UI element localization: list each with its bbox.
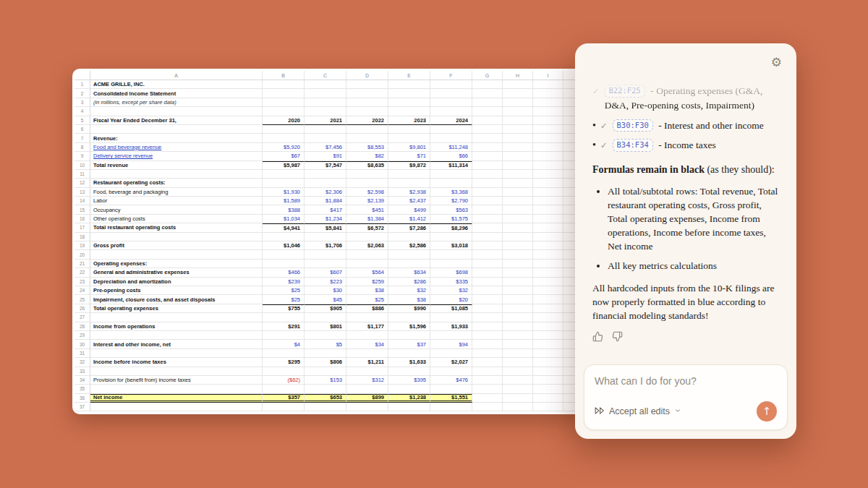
cell-value[interactable]: 2021 <box>305 116 346 125</box>
cell-empty[interactable] <box>503 313 533 322</box>
cell-empty[interactable] <box>472 241 503 250</box>
cell-value[interactable]: $259 <box>346 278 388 286</box>
cell-value[interactable] <box>346 89 388 98</box>
cell-value[interactable] <box>305 313 346 322</box>
cell-empty[interactable] <box>472 179 503 187</box>
cell-value[interactable] <box>430 331 472 340</box>
cell-label[interactable]: Other operating costs <box>90 215 263 223</box>
column-header[interactable]: F <box>430 71 472 80</box>
cell-empty[interactable] <box>533 403 563 411</box>
cell-label[interactable]: Consolidated Income Statement <box>90 89 263 98</box>
cell-empty[interactable] <box>503 98 533 107</box>
column-header[interactable]: A <box>90 71 263 80</box>
cell-label[interactable] <box>90 125 263 134</box>
cell-value[interactable] <box>430 107 472 116</box>
cell-value[interactable]: $2,437 <box>388 197 430 205</box>
cell-empty[interactable] <box>503 376 533 385</box>
cell-value[interactable]: $755 <box>263 304 305 313</box>
cell-value[interactable]: $8,635 <box>346 161 388 170</box>
cell-empty[interactable] <box>533 385 563 393</box>
cell-empty[interactable] <box>503 268 533 277</box>
cell-value[interactable] <box>263 331 305 340</box>
cell-empty[interactable] <box>533 295 563 304</box>
cell-empty[interactable] <box>472 331 503 340</box>
cell-label[interactable]: Operating expenses: <box>90 260 263 268</box>
cell-label[interactable]: General and administrative expenses <box>90 268 263 277</box>
cell-empty[interactable] <box>503 385 533 393</box>
cell-empty[interactable] <box>472 394 503 403</box>
cell-empty[interactable] <box>503 215 533 223</box>
cell-value[interactable]: $4 <box>263 340 305 348</box>
cell-label[interactable]: Food, beverage and packaging <box>90 188 263 197</box>
cell-value[interactable] <box>305 331 346 340</box>
cell-value[interactable]: $1,551 <box>430 394 472 403</box>
cell-empty[interactable] <box>503 152 533 160</box>
cell-value[interactable]: $1,238 <box>388 394 430 403</box>
cell-label[interactable]: Impairment, closure costs, and asset dis… <box>90 295 263 304</box>
cell-value[interactable]: $1,211 <box>346 358 388 367</box>
cell-value[interactable] <box>263 125 305 134</box>
cell-empty[interactable] <box>533 304 563 313</box>
row-header[interactable]: 10 <box>75 161 90 170</box>
cell-value[interactable]: 2020 <box>263 116 305 125</box>
cell-label[interactable]: Food and beverage revenue <box>90 143 263 152</box>
cell-value[interactable]: $286 <box>388 278 430 286</box>
cell-value[interactable]: $806 <box>305 358 346 367</box>
cell-label[interactable] <box>90 403 263 411</box>
cell-value[interactable] <box>305 179 346 187</box>
cell-empty[interactable] <box>503 394 533 403</box>
cell-empty[interactable] <box>533 241 563 250</box>
cell-value[interactable]: $2,063 <box>346 241 388 250</box>
cell-empty[interactable] <box>472 205 503 214</box>
cell-value[interactable]: 2022 <box>346 116 388 125</box>
cell-value[interactable]: $94 <box>430 340 472 348</box>
cell-empty[interactable] <box>472 134 503 142</box>
cell-value[interactable]: $990 <box>388 304 430 313</box>
cell-value[interactable] <box>430 98 472 107</box>
cell-value[interactable] <box>388 331 430 340</box>
cell-value[interactable]: $7,547 <box>305 161 346 170</box>
cell-empty[interactable] <box>533 143 563 152</box>
row-header[interactable]: 36 <box>75 394 90 403</box>
cell-value[interactable] <box>388 125 430 134</box>
row-header[interactable]: 17 <box>75 223 90 232</box>
cell-value[interactable] <box>388 349 430 358</box>
cell-value[interactable] <box>388 367 430 376</box>
cell-label[interactable] <box>90 250 263 259</box>
cell-value[interactable]: $417 <box>305 205 346 214</box>
column-header[interactable]: E <box>388 71 430 80</box>
cell-empty[interactable] <box>472 161 503 170</box>
cell-value[interactable] <box>305 385 346 393</box>
row-header[interactable]: 9 <box>75 152 90 160</box>
cell-empty[interactable] <box>503 188 533 197</box>
row-header[interactable]: 27 <box>75 313 90 322</box>
cell-empty[interactable] <box>503 286 533 295</box>
cell-value[interactable] <box>430 367 472 376</box>
cell-empty[interactable] <box>533 340 563 348</box>
row-header[interactable]: 11 <box>75 170 90 179</box>
settings-gear-icon[interactable]: ⚙ <box>770 55 783 70</box>
cell-empty[interactable] <box>533 331 563 340</box>
cell-empty[interactable] <box>472 223 503 232</box>
cell-empty[interactable] <box>472 197 503 205</box>
cell-label[interactable] <box>90 233 263 241</box>
cell-empty[interactable] <box>533 322 563 331</box>
cell-empty[interactable] <box>533 80 563 89</box>
cell-value[interactable] <box>346 403 388 411</box>
cell-value[interactable] <box>263 403 305 411</box>
cell-value[interactable]: $2,790 <box>430 197 472 205</box>
cell-value[interactable] <box>430 134 472 142</box>
cell-value[interactable]: $7,286 <box>388 223 430 232</box>
cell-value[interactable]: $25 <box>263 286 305 295</box>
cell-value[interactable] <box>388 233 430 241</box>
cell-empty[interactable] <box>533 376 563 385</box>
cell-value[interactable] <box>430 260 472 268</box>
row-header[interactable]: 29 <box>75 331 90 340</box>
cell-value[interactable] <box>263 134 305 142</box>
cell-value[interactable] <box>346 107 388 116</box>
cell-value[interactable]: $312 <box>346 376 388 385</box>
cell-value[interactable]: $239 <box>263 278 305 286</box>
cell-label[interactable] <box>90 313 263 322</box>
cell-value[interactable]: $2,586 <box>388 241 430 250</box>
cell-empty[interactable] <box>533 152 563 160</box>
